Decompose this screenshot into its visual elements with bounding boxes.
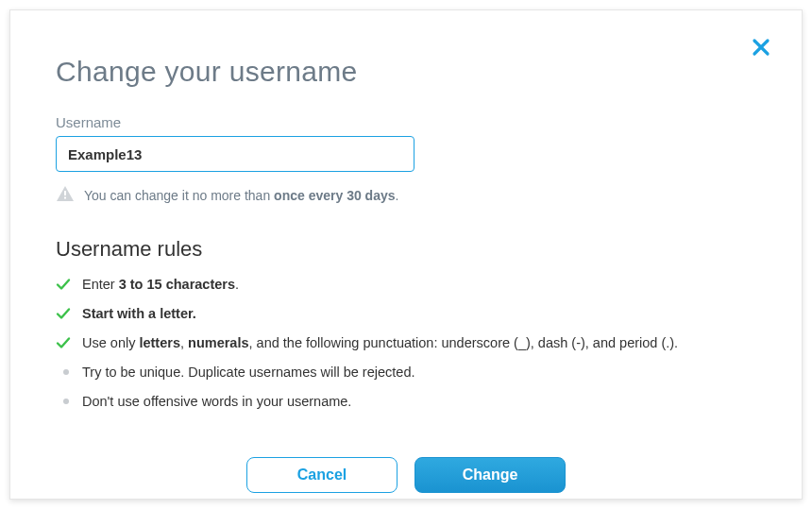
rule-item: Try to be unique. Duplicate usernames wi… (56, 363, 756, 382)
close-button[interactable] (751, 37, 771, 58)
change-frequency-warning: You can change it no more than once ever… (56, 185, 756, 205)
svg-rect-2 (64, 191, 66, 195)
username-label: Username (56, 114, 756, 130)
bullet-icon (56, 365, 71, 380)
check-icon (56, 335, 71, 350)
modal-title: Change your username (56, 56, 756, 88)
close-icon (751, 37, 771, 58)
rule-text: Use only letters, numerals, and the foll… (82, 333, 678, 353)
rule-item: Use only letters, numerals, and the foll… (56, 333, 756, 353)
rule-text: Enter 3 to 15 characters. (82, 275, 239, 295)
warning-icon (56, 185, 75, 205)
warning-text: You can change it no more than once ever… (84, 188, 398, 203)
change-username-modal: Change your username Username You can ch… (9, 9, 803, 500)
rule-item: Start with a letter. (56, 304, 756, 324)
svg-rect-3 (64, 197, 66, 199)
username-input[interactable] (56, 136, 414, 172)
rules-heading: Username rules (56, 237, 756, 262)
check-icon (56, 277, 71, 292)
cancel-button[interactable]: Cancel (246, 457, 398, 493)
change-button[interactable]: Change (414, 457, 566, 493)
rule-text: Don't use offensive words in your userna… (82, 392, 351, 412)
rule-item: Enter 3 to 15 characters. (56, 275, 756, 295)
rule-item: Don't use offensive words in your userna… (56, 392, 756, 412)
rule-text: Try to be unique. Duplicate usernames wi… (82, 363, 414, 382)
bullet-icon (56, 394, 71, 409)
check-icon (56, 306, 71, 321)
rule-text: Start with a letter. (82, 304, 196, 324)
modal-actions: Cancel Change (56, 457, 756, 493)
rules-list: Enter 3 to 15 characters. Start with a l… (56, 275, 756, 412)
